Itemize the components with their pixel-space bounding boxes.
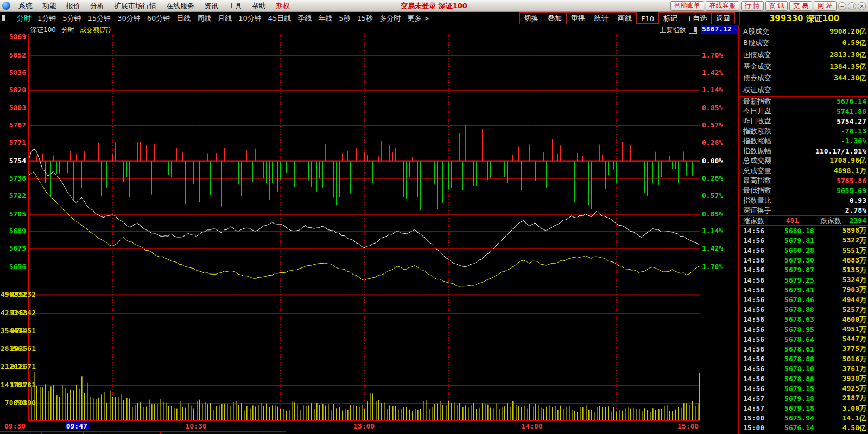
titlebar-button-2[interactable]: 行 情 <box>741 1 764 11</box>
panel-toggle-icon[interactable] <box>689 27 697 34</box>
period-tab-1[interactable]: 1分钟 <box>34 14 59 23</box>
bottom-tab-0[interactable]: 分时走势 <box>0 431 42 434</box>
period-tab-11[interactable]: 季线 <box>294 14 315 23</box>
titlebar-button-0[interactable]: 智能账单 <box>670 1 704 11</box>
menu-item-3[interactable]: 分析 <box>85 1 109 11</box>
action-button-4[interactable]: 画线 <box>613 12 637 24</box>
tick-row: 14:565678.885257万 <box>739 305 868 315</box>
decliners-value: 2394 <box>841 216 866 225</box>
menu-item-0[interactable]: 系统 <box>14 1 37 11</box>
titlebar-button-3[interactable]: 资 讯 <box>765 1 788 11</box>
action-button-7[interactable]: +自选 <box>682 12 712 24</box>
market-label: B股成交 <box>743 38 769 48</box>
axis-tick-label: 0.28% <box>702 139 734 146</box>
period-tab-2[interactable]: 5分钟 <box>59 14 84 23</box>
menu-item-options[interactable]: 期权 <box>271 1 295 11</box>
bottom-tab-4[interactable]: 大单分析 <box>160 431 202 434</box>
axis-tick-label: 0.85% <box>702 104 734 112</box>
period-tab-5[interactable]: 60分钟 <box>144 14 174 23</box>
menu-item-6[interactable]: 资讯 <box>199 1 223 11</box>
axis-tick-label: 496232 <box>0 291 36 298</box>
axis-max-value: 5867.12 <box>701 25 738 34</box>
panel-layout-icon[interactable] <box>2 15 10 22</box>
period-tab-13[interactable]: 5秒 <box>335 14 353 23</box>
axis-tick-label: 5787 <box>0 122 26 129</box>
menu-item-1[interactable]: 功能 <box>37 1 61 11</box>
bottom-tab-2[interactable]: 成交明细 <box>83 431 125 434</box>
menu-item-8[interactable]: 帮助 <box>247 1 271 11</box>
axis-tick-label: 5771 <box>0 139 26 146</box>
menu-item-4[interactable]: 扩展市场行情 <box>109 1 161 11</box>
tick-volume: 5551万 <box>827 246 866 256</box>
axis-tick-label: 5803 <box>0 104 26 112</box>
action-button-3[interactable]: 统计 <box>590 12 613 24</box>
tick-price: 5678.95 <box>771 326 827 334</box>
period-tab-3[interactable]: 15分钟 <box>85 14 115 23</box>
axis-tick-label: 1.70% <box>702 263 734 271</box>
market-row: 国债成交2813.38亿 <box>739 49 868 61</box>
restore-button[interactable]: ❐ <box>848 2 856 10</box>
menu-item-2[interactable]: 报价 <box>61 1 85 11</box>
tick-volume: 3761万 <box>827 364 866 374</box>
titlebar-button-1[interactable]: 在线客服 <box>706 1 739 11</box>
crosshair-time-label: 09:47 <box>65 422 89 430</box>
axis-tick-label: 0.85% <box>702 210 734 218</box>
period-tab-8[interactable]: 月线 <box>214 14 235 23</box>
tick-price: 5678.10 <box>771 365 827 373</box>
bottom-tab-6[interactable]: 综合排名 <box>244 431 286 434</box>
axis-tick-label: 5689 <box>0 227 26 235</box>
menu-item-7[interactable]: 工具 <box>223 1 247 11</box>
tick-price: 5679.41 <box>771 286 827 294</box>
period-toolbar: 分时1分钟5分钟15分钟30分钟60分钟日线周线月线10分钟45日线季线年线5秒… <box>0 12 868 25</box>
action-button-2[interactable]: 重播 <box>566 12 590 24</box>
tick-row: 14:565678.885016万 <box>739 354 868 364</box>
tick-price: 5678.63 <box>771 315 827 323</box>
tick-time: 14:56 <box>743 385 771 393</box>
period-tab-10[interactable]: 45日线 <box>265 14 295 23</box>
menu-item-5[interactable]: 在线服务 <box>161 1 199 11</box>
action-button-1[interactable]: 叠加 <box>543 12 567 24</box>
minimize-button[interactable]: − <box>838 2 846 10</box>
app-logo-icon <box>2 2 10 10</box>
tick-volume: 4944万 <box>827 295 866 305</box>
tick-volume: 3.00万 <box>827 404 866 413</box>
period-tab-4[interactable]: 30分钟 <box>114 14 144 23</box>
tick-time: 14:56 <box>743 237 771 245</box>
tick-time: 14:57 <box>743 394 771 403</box>
tick-row: 14:575679.183.00万 <box>739 404 868 413</box>
titlebar-right-buttons: 智能账单在线客服行 情资 讯交 易网 站−❐✕ <box>670 0 866 12</box>
tick-time: 14:57 <box>743 404 771 412</box>
index-value: 2.78% <box>845 206 866 214</box>
bottom-tab-1[interactable]: 多日分时 <box>41 431 84 434</box>
tick-list[interactable]: 14:565680.185898万14:565679.815322万14:565… <box>739 226 868 433</box>
period-tab-0[interactable]: 分时 <box>14 14 34 23</box>
tick-row: 14:565679.154925万 <box>739 384 868 393</box>
tick-price: 5679.18 <box>771 404 827 412</box>
period-tab-9[interactable]: 10分钟 <box>235 14 265 23</box>
tick-time: 14:56 <box>743 266 771 274</box>
tick-price: 5678.88 <box>771 305 827 314</box>
bottom-tab-5[interactable]: 指数对比 <box>202 431 244 434</box>
action-button-8[interactable]: 返回 <box>711 12 735 24</box>
period-tab-15[interactable]: 多分时 <box>376 14 404 23</box>
axis-tick-label: 1.14% <box>702 86 734 94</box>
index-row: 最高指数5765.86 <box>739 176 868 186</box>
bottom-tab-3[interactable]: 分价表 <box>125 431 161 434</box>
period-tabs: 分时1分钟5分钟15分钟30分钟60分钟日线周线月线10分钟45日线季线年线5秒… <box>14 14 433 23</box>
close-button[interactable]: ✕ <box>858 2 866 10</box>
action-button-5[interactable]: F10 <box>636 14 659 24</box>
action-button-0[interactable]: 切换 <box>519 12 543 24</box>
titlebar-button-5[interactable]: 网 站 <box>814 1 837 11</box>
period-tab-14[interactable]: 15秒 <box>354 14 377 23</box>
titlebar-button-4[interactable]: 交 易 <box>789 1 812 11</box>
period-tab-12[interactable]: 年线 <box>315 14 335 23</box>
advancers-value: 481 <box>764 216 820 225</box>
tick-row: 14:565678.634600万 <box>739 315 868 324</box>
period-tab-6[interactable]: 日线 <box>173 14 194 23</box>
period-tab-7[interactable]: 周线 <box>194 14 214 23</box>
intraday-chart-canvas[interactable] <box>28 34 700 421</box>
market-label: 债券成交 <box>743 73 771 83</box>
period-tab-16[interactable]: 更多 > <box>404 14 433 23</box>
index-value: 5741.88 <box>837 107 866 116</box>
action-button-6[interactable]: 标记 <box>658 12 682 24</box>
